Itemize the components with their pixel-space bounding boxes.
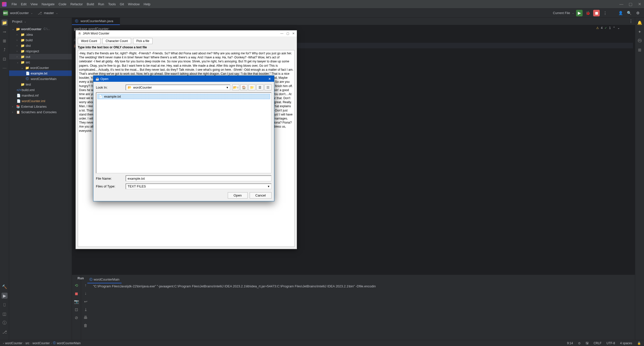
tree-scratches[interactable]: Scratches and Consoles [21,110,57,114]
menu-edit[interactable]: Edit [19,1,28,7]
problems-tool-button[interactable]: ⓘ [2,320,8,326]
run-config-name[interactable]: Current File [553,11,570,15]
status-indent[interactable]: 4 spaces [620,341,632,345]
branch-name[interactable]: master [44,11,54,15]
window-close[interactable]: ✕ [637,2,642,7]
gradle-button[interactable]: ⓜ [637,38,643,44]
status-position[interactable]: 9:14 [567,341,573,345]
run-dump-button[interactable]: ⊡ [73,306,80,313]
menu-refactor[interactable]: Refactor [68,1,85,7]
open-button[interactable]: Open [228,192,248,199]
stack-tool-button[interactable]: ⊡ [2,56,8,62]
file-item[interactable]: 📄 example.txt [97,94,270,99]
status-icon[interactable]: 🖫 [586,341,589,345]
status-icon[interactable]: ⊙ [578,341,581,345]
project-tool-button[interactable]: 📁 [2,20,8,26]
search-button[interactable]: 🔍 [626,10,632,16]
stop-button[interactable]: ◼ [593,10,600,16]
editor-tab-more[interactable]: ⋮ [627,18,635,25]
debug-button[interactable]: 🐞 [585,10,591,16]
home-button[interactable]: 🏠 [240,84,247,90]
tree-root[interactable]: wordCounter [21,27,42,31]
tree-file[interactable]: wordCounter.iml [22,99,45,103]
pullreq-tool-button[interactable]: ⤴ [2,47,8,53]
tree-package[interactable]: wordCounter [30,66,49,70]
menu-build[interactable]: Build [85,1,96,7]
run-wrap-button[interactable]: ↩ [83,298,89,304]
tree-folder[interactable]: src [26,60,30,64]
dialog-close[interactable]: ✕ [267,77,272,81]
menu-run[interactable]: Run [96,1,106,7]
warning-icon[interactable]: ⚠ [596,26,599,30]
cancel-button[interactable]: Cancel [250,192,272,199]
details-view-button[interactable]: ☷ [264,84,272,90]
filetype-combo[interactable]: TEXT FILES ▾ [126,183,272,189]
dialog-titlebar[interactable]: ☕ Open ✕ [93,76,274,82]
tree-folder[interactable]: test [26,83,31,86]
build-tool-button[interactable]: 🔨 [2,284,8,290]
run-attach-button[interactable]: 📷 [73,298,80,304]
tree-file[interactable]: wordCounterMain [31,77,57,81]
breadcrumb[interactable]: ▫ wordCounter› src› wordCounter› ⒸwordCo… [3,341,81,345]
commit-tool-button[interactable]: ⊸ [2,29,8,35]
tree-external-libs[interactable]: External Libraries [21,105,47,108]
structure-tool-button[interactable]: ⊞ [2,38,8,44]
filename-input[interactable] [126,175,272,181]
run-print-button[interactable]: 🖶 [83,315,89,321]
character-count-button[interactable]: Character Count [102,38,131,44]
tree-folder[interactable]: .idea [26,33,33,36]
project-name[interactable]: wordCounter [10,11,29,15]
ok-icon[interactable]: ✓ [604,26,607,30]
tree-folder[interactable]: dist [26,44,31,48]
window-minimize[interactable]: — [619,2,624,7]
menu-window[interactable]: Window [126,1,142,7]
run-button[interactable]: ▶ [576,10,583,16]
collab-button[interactable]: 👤 [617,10,624,16]
run-clear-button[interactable]: 🗑 [83,323,89,329]
app-maximize[interactable]: ▢ [286,32,289,35]
pick-file-button[interactable]: Pick a file [133,38,153,44]
terminal-tool-button[interactable]: ⌷ [2,302,8,308]
status-encoding[interactable]: UTF-8 [607,341,615,345]
up-folder-button[interactable]: 📂↑ [232,84,239,90]
app-close[interactable]: ✕ [292,32,295,35]
menu-navigate[interactable]: Navigate [40,1,56,7]
project-tree[interactable]: ⌄📂wordCounterC:\... ›📁.idea ›📁build ›📁di… [9,25,72,340]
run-exit-button[interactable]: ⊘ [73,315,80,321]
list-view-button[interactable]: ☰ [256,84,263,90]
tree-file[interactable]: example.txt [31,71,47,75]
app-titlebar[interactable]: ☕ JAVA Word Counter — ▢ ✕ [76,30,297,36]
menu-help[interactable]: Help [142,1,153,7]
word-count-button[interactable]: Word Count [78,38,100,44]
stop-run-button[interactable]: ◼ [73,290,80,296]
status-crlf[interactable]: CRLF [594,341,601,345]
ai-button[interactable]: ✦ [637,29,643,35]
menu-code[interactable]: Code [57,1,68,7]
tree-folder[interactable]: nbproject [26,49,39,53]
more-tool-button[interactable]: ⋯ [2,65,8,71]
new-folder-button[interactable]: 📁 [248,84,255,90]
editor-tab[interactable]: Ⓒ wordCounterMain.java × [72,18,120,25]
nav-up-icon[interactable]: ⌃ [613,26,615,30]
menu-view[interactable]: View [28,1,40,7]
app-minimize[interactable]: — [280,32,283,35]
status-readonly-icon[interactable]: 🔒 [637,341,641,345]
nav-down-icon[interactable]: ⌄ [617,26,620,30]
file-list[interactable]: 📄 example.txt [96,92,272,173]
database-button[interactable]: ⊞ [637,47,643,53]
run-scroll-button[interactable]: ⤓ [83,306,89,313]
vcs-tool-button[interactable]: ⎇ [2,329,8,335]
notifications-button[interactable]: 🔔 [637,20,643,26]
settings-button[interactable]: ⚙ [634,10,641,16]
run-output[interactable]: "C:\Program Files\Java\jdk-22\bin\java.e… [90,282,635,340]
panel-chevron-icon[interactable]: ⌄ [24,20,26,23]
more-button[interactable]: ⋮ [602,10,608,16]
menu-tools[interactable]: Tools [106,1,118,7]
tree-folder[interactable]: out [26,55,30,59]
run-config-tab[interactable]: Ⓒ wordCounterMain [87,276,121,283]
run-tool-button[interactable]: ▶ [2,293,8,299]
tree-file[interactable]: build.xml [22,88,34,92]
lookin-combo[interactable]: 📂 wordCounter ▾ [126,85,230,90]
tree-folder[interactable]: build [26,38,32,42]
project-badge[interactable]: WC [3,11,8,16]
